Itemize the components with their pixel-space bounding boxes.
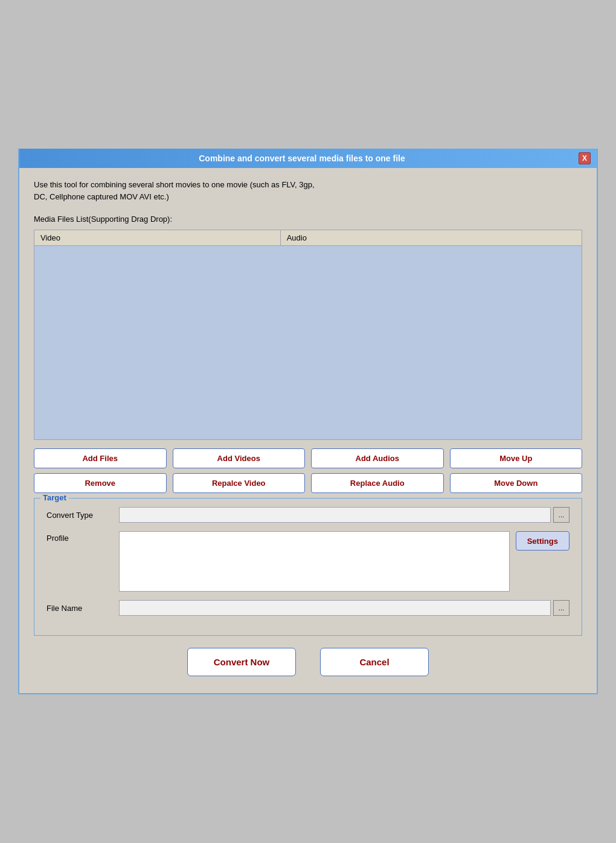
convert-type-label: Convert Type xyxy=(47,511,119,520)
replace-video-button[interactable]: Repalce Video xyxy=(173,473,306,493)
content-area: Use this tool for combining several shor… xyxy=(19,168,597,693)
target-group: Target Convert Type ... Profile Settings… xyxy=(34,498,582,636)
profile-label: Profile xyxy=(47,531,119,543)
file-list-header: Video Audio xyxy=(34,230,582,246)
file-name-browse-button[interactable]: ... xyxy=(553,600,569,616)
list-label: Media Files List(Supporting Drag Drop): xyxy=(34,215,582,224)
remove-button[interactable]: Remove xyxy=(34,473,167,493)
move-down-button[interactable]: Move Down xyxy=(450,473,583,493)
settings-button[interactable]: Settings xyxy=(516,531,569,551)
add-videos-button[interactable]: Add Videos xyxy=(173,448,306,468)
bottom-buttons: Convert Now Cancel xyxy=(34,636,582,682)
file-name-label: File Name xyxy=(47,604,119,613)
convert-type-input[interactable] xyxy=(119,507,551,523)
close-button[interactable]: X xyxy=(579,152,591,164)
buttons-row-1: Add Files Add Videos Add Audios Move Up xyxy=(34,448,582,468)
main-dialog: Combine and convert several media files … xyxy=(18,149,598,694)
replace-audio-button[interactable]: Replace Audio xyxy=(311,473,444,493)
buttons-row-2: Remove Repalce Video Replace Audio Move … xyxy=(34,473,582,493)
column-audio: Audio xyxy=(281,230,582,245)
file-name-row: File Name ... xyxy=(47,600,569,616)
column-video: Video xyxy=(34,230,281,245)
add-files-button[interactable]: Add Files xyxy=(34,448,167,468)
file-name-input[interactable] xyxy=(119,600,551,616)
convert-type-row: Convert Type ... xyxy=(47,507,569,523)
file-list-container: Video Audio xyxy=(34,230,582,440)
title-bar: Combine and convert several media files … xyxy=(19,149,597,168)
description-line2: DC, Cellphone captured MOV AVI etc.) xyxy=(34,192,169,201)
file-list-body[interactable] xyxy=(34,246,582,439)
cancel-button[interactable]: Cancel xyxy=(320,648,429,676)
target-legend: Target xyxy=(40,493,69,502)
profile-textarea[interactable] xyxy=(119,531,510,592)
move-up-button[interactable]: Move Up xyxy=(450,448,583,468)
description: Use this tool for combining several shor… xyxy=(34,179,582,202)
convert-now-button[interactable]: Convert Now xyxy=(187,648,296,676)
dialog-title: Combine and convert several media files … xyxy=(25,153,579,163)
profile-row: Profile Settings xyxy=(47,531,569,592)
description-line1: Use this tool for combining several shor… xyxy=(34,180,315,189)
convert-type-browse-button[interactable]: ... xyxy=(553,507,569,523)
add-audios-button[interactable]: Add Audios xyxy=(311,448,444,468)
